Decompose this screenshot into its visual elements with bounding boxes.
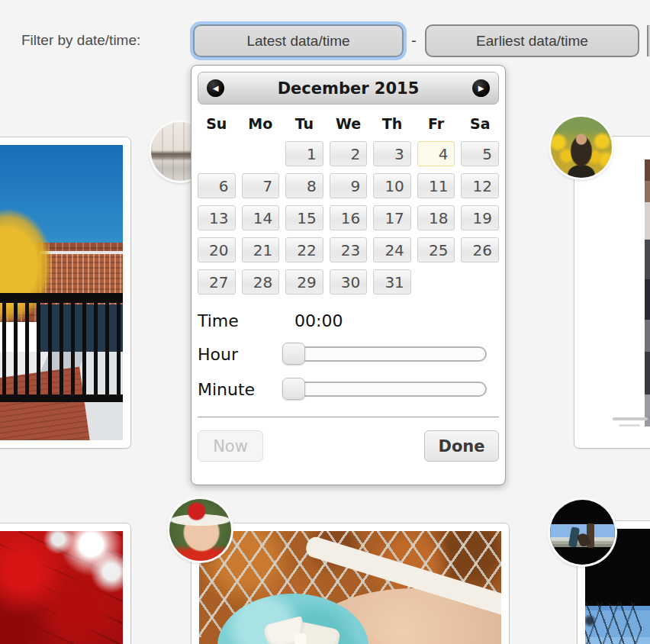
photo-red-foliage bbox=[0, 531, 123, 644]
now-button[interactable]: Now bbox=[198, 430, 263, 462]
day-cell-12[interactable]: 12 bbox=[461, 173, 499, 198]
calendar-day-headers: SuMoTuWeThFrSa bbox=[198, 115, 499, 132]
day-cell-31[interactable]: 31 bbox=[373, 269, 411, 295]
prev-month-button[interactable]: ◀ bbox=[207, 79, 224, 97]
calendar-header: ◀ December 2015 ▶ bbox=[198, 72, 499, 105]
day-cell-25[interactable]: 25 bbox=[417, 237, 455, 262]
next-month-button[interactable]: ▶ bbox=[472, 79, 490, 97]
filter-by-datetime-label: Filter by date/time: bbox=[21, 32, 140, 49]
day-of-week-label: Tu bbox=[285, 115, 323, 132]
time-row: Time 00:00 bbox=[198, 311, 499, 330]
day-cell-17[interactable]: 17 bbox=[373, 205, 411, 230]
photo-autumn-riverwalk bbox=[0, 145, 123, 440]
photo-card-white-portrait[interactable] bbox=[574, 136, 650, 449]
day-cell-2[interactable]: 2 bbox=[330, 141, 368, 166]
hour-slider-handle[interactable] bbox=[282, 343, 305, 365]
day-of-week-label: Su bbox=[198, 115, 236, 132]
photo-tree-branches bbox=[585, 602, 642, 644]
latest-datetime-button[interactable]: Latest data/time bbox=[193, 24, 404, 57]
photo-white-portrait bbox=[582, 144, 650, 440]
day-cell-18[interactable]: 18 bbox=[417, 205, 455, 230]
day-cell-13[interactable]: 13 bbox=[198, 205, 236, 230]
hour-slider-row: Hour bbox=[198, 343, 499, 365]
day-cell-1[interactable]: 1 bbox=[285, 141, 323, 166]
done-button[interactable]: Done bbox=[424, 430, 499, 462]
day-cell-26[interactable]: 26 bbox=[461, 237, 499, 262]
day-cell-3[interactable]: 3 bbox=[373, 141, 411, 166]
time-label: Time bbox=[198, 311, 294, 330]
day-cell-24[interactable]: 24 bbox=[373, 237, 411, 262]
app-root: Filter by date/time: Latest data/time - … bbox=[0, 0, 650, 644]
minute-slider-handle[interactable] bbox=[282, 378, 305, 400]
photo-edge-strip bbox=[645, 159, 650, 427]
minute-slider-row: Minute bbox=[198, 378, 499, 401]
next-arrow-icon: ▶ bbox=[478, 85, 484, 92]
day-cell-21[interactable]: 21 bbox=[242, 237, 280, 262]
day-cell-30[interactable]: 30 bbox=[330, 269, 368, 295]
day-cell-9[interactable]: 9 bbox=[330, 173, 368, 198]
range-separator: - bbox=[411, 32, 417, 49]
photo-red-tree bbox=[0, 531, 123, 644]
calendar-grid: 1234567891011121314151617181920212223242… bbox=[198, 141, 499, 295]
day-cell-27[interactable]: 27 bbox=[198, 269, 236, 295]
photo-bow-knot bbox=[294, 633, 307, 644]
day-cell-15[interactable]: 15 bbox=[285, 205, 323, 230]
day-cell-5[interactable]: 5 bbox=[461, 141, 499, 166]
day-of-week-label: Th bbox=[373, 115, 411, 132]
earliest-datetime-button[interactable]: Earliest data/time bbox=[425, 24, 639, 57]
day-cell-8[interactable]: 8 bbox=[285, 173, 323, 198]
clipped-right-control[interactable] bbox=[647, 25, 650, 56]
day-cell-23[interactable]: 23 bbox=[330, 237, 368, 262]
avatar-baby-red[interactable] bbox=[169, 499, 231, 561]
minute-label: Minute bbox=[198, 380, 283, 399]
day-cell-10[interactable]: 10 bbox=[373, 173, 411, 198]
day-cell-22[interactable]: 22 bbox=[285, 237, 323, 262]
hour-label: Hour bbox=[198, 345, 283, 364]
photo-white-area bbox=[582, 144, 650, 440]
day-cell-20[interactable]: 20 bbox=[198, 237, 236, 262]
avatar-sunflower-woman[interactable] bbox=[551, 117, 612, 178]
time-value: 00:00 bbox=[294, 311, 343, 330]
photo-watermark-2 bbox=[619, 424, 640, 427]
day-cell-29[interactable]: 29 bbox=[285, 269, 323, 295]
prev-arrow-icon: ◀ bbox=[213, 85, 219, 92]
photo-card-autumn-riverwalk[interactable] bbox=[0, 137, 131, 449]
day-of-week-label: Mo bbox=[242, 115, 280, 132]
photo-card-baby-leaves[interactable] bbox=[191, 523, 510, 644]
photo-card-red-foliage[interactable] bbox=[0, 523, 131, 644]
day-cell-11[interactable]: 11 bbox=[417, 173, 455, 198]
day-of-week-label: We bbox=[330, 115, 368, 132]
day-cell-19[interactable]: 19 bbox=[461, 205, 499, 230]
datetime-picker-popup: ◀ December 2015 ▶ SuMoTuWeThFrSa 1234567… bbox=[191, 65, 506, 485]
day-cell-6[interactable]: 6 bbox=[198, 173, 236, 198]
minute-slider[interactable] bbox=[283, 382, 487, 397]
day-cell-4[interactable]: 4 bbox=[417, 141, 455, 166]
day-cell-28[interactable]: 28 bbox=[242, 269, 280, 295]
photo-watermark bbox=[613, 417, 648, 420]
photo-baby-leaves bbox=[199, 531, 501, 644]
photo-iron-fence bbox=[0, 293, 123, 402]
day-of-week-label: Fr bbox=[417, 115, 455, 132]
day-cell-7[interactable]: 7 bbox=[242, 173, 280, 198]
hour-slider[interactable] bbox=[283, 346, 487, 362]
day-cell-14[interactable]: 14 bbox=[242, 205, 280, 230]
datepicker-button-pane: Now Done bbox=[198, 417, 499, 462]
calendar-month-title: December 2015 bbox=[278, 79, 420, 98]
day-cell-16[interactable]: 16 bbox=[330, 205, 368, 230]
avatar-person-dog[interactable] bbox=[550, 500, 615, 565]
day-of-week-label: Sa bbox=[461, 115, 499, 132]
